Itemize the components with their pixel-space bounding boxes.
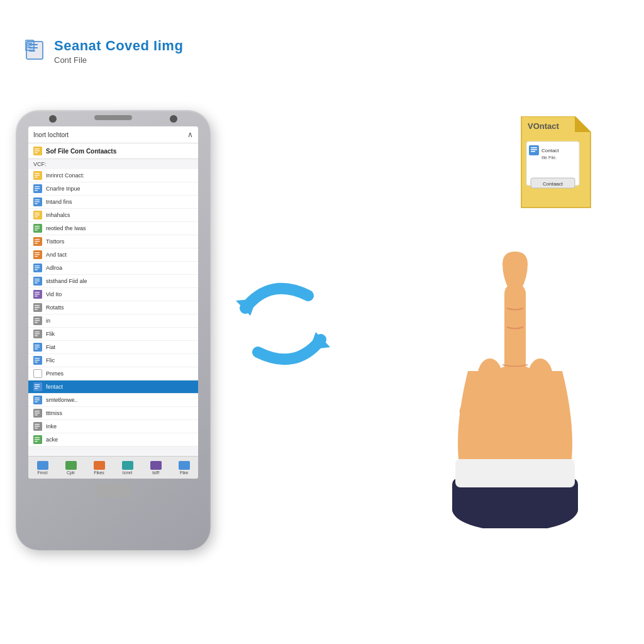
list-item[interactable]: Inke bbox=[28, 420, 198, 433]
list-item-icon bbox=[33, 171, 42, 180]
svg-rect-37 bbox=[35, 243, 38, 244]
svg-rect-64 bbox=[35, 333, 40, 335]
tab-label: Fmot bbox=[38, 470, 48, 475]
list-item-icon bbox=[33, 237, 42, 246]
list-item-label: tttmiss bbox=[46, 410, 62, 416]
svg-text:Contaact: Contaact bbox=[543, 181, 564, 187]
svg-rect-11 bbox=[35, 148, 40, 150]
svg-rect-53 bbox=[35, 296, 38, 297]
list-item[interactable]: Tisttors bbox=[28, 235, 198, 248]
svg-rect-8 bbox=[27, 45, 32, 46]
list-item-label: Vid Ito bbox=[46, 291, 62, 297]
list-item-icon bbox=[33, 264, 42, 272]
tab-item[interactable]: Cptr bbox=[65, 461, 77, 475]
phone-home-button[interactable] bbox=[96, 484, 131, 497]
list-item[interactable]: Flic bbox=[28, 354, 198, 367]
menu-icon bbox=[33, 147, 42, 155]
list-item[interactable]: tttmiss bbox=[28, 407, 198, 420]
list-item-icon bbox=[33, 303, 42, 312]
sync-arrows-area bbox=[220, 264, 346, 390]
list-item-icon bbox=[33, 356, 42, 365]
list-item[interactable]: fentact bbox=[28, 380, 198, 394]
list-item-icon bbox=[33, 316, 42, 325]
svg-rect-31 bbox=[35, 226, 40, 227]
list-item-icon bbox=[33, 396, 42, 404]
list-item-label: Cnarlre Inpue bbox=[46, 186, 80, 192]
list-item[interactable]: Fiat bbox=[28, 341, 198, 354]
svg-rect-32 bbox=[35, 228, 40, 229]
screen-tabbar: FmotCptrFikesIcmrtIstffFike bbox=[28, 456, 198, 479]
list-item[interactable]: Vid Ito bbox=[28, 288, 198, 301]
list-item[interactable]: acke bbox=[28, 433, 198, 447]
list-item-icon bbox=[33, 435, 42, 444]
svg-rect-29 bbox=[35, 216, 38, 218]
header-text-block: Seanat Coved Iimg Cont File bbox=[54, 38, 183, 65]
svg-rect-88 bbox=[35, 413, 40, 414]
screen-list[interactable]: Inrinrct Conact: Cnarlre Inpue tntand fi… bbox=[28, 169, 198, 447]
tab-label: Fikes bbox=[94, 470, 104, 475]
list-item[interactable]: Cnarlre Inpue bbox=[28, 182, 198, 196]
list-item-label: tntand fins bbox=[46, 199, 72, 205]
svg-rect-69 bbox=[35, 348, 38, 350]
svg-rect-21 bbox=[35, 190, 38, 191]
list-item[interactable]: in bbox=[28, 314, 198, 328]
svg-rect-89 bbox=[35, 414, 38, 416]
list-item[interactable]: reotied the Iwas bbox=[28, 222, 198, 235]
list-item-icon bbox=[33, 197, 42, 206]
list-item-icon bbox=[33, 277, 42, 286]
svg-rect-15 bbox=[35, 173, 40, 174]
vcard-file-area: Contact Ille File. Contaact VOntact bbox=[506, 116, 606, 230]
svg-rect-28 bbox=[35, 214, 40, 216]
vcard-file-shape: Contact Ille File. Contaact VOntact bbox=[515, 116, 597, 211]
list-item-label: ststhand Fiid ale bbox=[46, 278, 87, 284]
hand-pointer-area bbox=[405, 245, 625, 528]
list-item[interactable]: Flik bbox=[28, 328, 198, 341]
list-item-label: smtetlonwe.. bbox=[46, 397, 78, 403]
list-item[interactable]: Adlroa bbox=[28, 262, 198, 275]
list-item-icon bbox=[33, 343, 42, 352]
tab-item[interactable]: Fikes bbox=[94, 461, 105, 475]
tab-icon bbox=[65, 461, 77, 470]
tab-item[interactable]: Fmot bbox=[37, 461, 48, 475]
svg-rect-87 bbox=[35, 411, 40, 412]
phone-screen: Inort Iochtort ∧ Sof File Com Contaacts … bbox=[28, 126, 198, 479]
list-item-icon bbox=[33, 211, 42, 219]
list-item-label: fentact bbox=[46, 384, 63, 390]
screen-header: Inort Iochtort ∧ bbox=[28, 126, 198, 143]
list-item[interactable]: smtetlonwe.. bbox=[28, 394, 198, 407]
svg-rect-96 bbox=[35, 439, 40, 440]
svg-rect-13 bbox=[35, 152, 38, 153]
list-item[interactable]: Rotatts bbox=[28, 301, 198, 314]
svg-rect-67 bbox=[35, 345, 40, 346]
list-item[interactable]: tntand fins bbox=[28, 196, 198, 209]
list-item[interactable]: Inrinrct Conact: bbox=[28, 169, 198, 182]
svg-text:Ille File.: Ille File. bbox=[541, 155, 557, 160]
svg-rect-48 bbox=[35, 280, 40, 282]
svg-rect-95 bbox=[35, 437, 40, 438]
tab-item[interactable]: Istff bbox=[150, 461, 162, 475]
tab-item[interactable]: Fike bbox=[179, 461, 190, 475]
list-item-icon bbox=[33, 369, 42, 378]
list-item-icon bbox=[33, 224, 42, 233]
tab-label: Cptr bbox=[67, 470, 75, 475]
svg-rect-68 bbox=[35, 347, 40, 348]
list-item[interactable]: Pnmes bbox=[28, 367, 198, 380]
svg-rect-61 bbox=[35, 322, 38, 323]
list-item[interactable]: And tact bbox=[28, 248, 198, 262]
list-item[interactable]: ststhand Fiid ale bbox=[28, 275, 198, 288]
list-item[interactable]: Inhahalcs bbox=[28, 209, 198, 222]
svg-text:Contact: Contact bbox=[541, 148, 559, 153]
list-item-icon bbox=[33, 382, 42, 391]
list-item-label: Flik bbox=[46, 331, 55, 337]
svg-rect-20 bbox=[35, 188, 40, 189]
list-item-label: acke bbox=[46, 436, 58, 443]
list-item-label: Inhahalcs bbox=[46, 212, 70, 218]
header-subtitle: Cont File bbox=[54, 55, 183, 65]
svg-rect-47 bbox=[35, 279, 40, 280]
list-item-icon bbox=[33, 422, 42, 431]
svg-rect-12 bbox=[35, 150, 40, 152]
tab-label: Istff bbox=[152, 470, 159, 475]
tab-item[interactable]: Icmrt bbox=[122, 461, 133, 475]
header-title: Seanat Coved Iimg bbox=[54, 38, 183, 54]
screen-header-title: Inort Iochtort bbox=[33, 131, 69, 138]
